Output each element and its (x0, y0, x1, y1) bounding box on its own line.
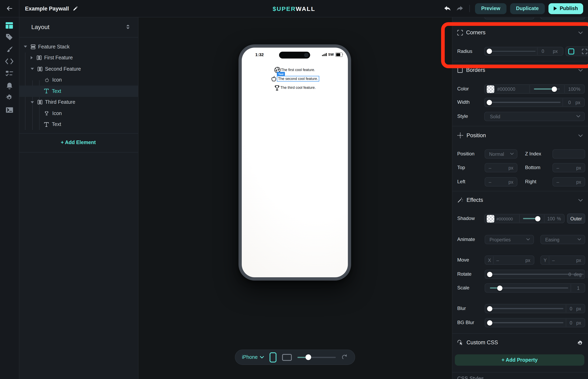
undo-button[interactable] (443, 4, 452, 13)
custom-css-section-header[interactable]: Custom CSS (457, 339, 498, 346)
tree-row-first-feature[interactable]: First Feature (19, 52, 138, 63)
rail-brush-icon[interactable] (0, 44, 19, 54)
individual-corners-icon[interactable] (582, 49, 587, 54)
sort-icon[interactable] (126, 25, 129, 29)
inspector-panel: Corners Radius 0 px Borders Color #00000… (452, 17, 588, 379)
tree-row-feature-stack[interactable]: Feature Stack (19, 41, 138, 52)
add-property-button[interactable]: + Add Property (455, 354, 584, 366)
tree-row-second-feature[interactable]: Second Feature (19, 63, 138, 75)
border-color-label: Color (457, 86, 469, 92)
refresh-icon[interactable] (342, 354, 348, 361)
zindex-label: Z Index (525, 151, 541, 157)
border-style-dropdown[interactable]: Solid (484, 112, 585, 121)
rail-gear-icon[interactable] (0, 93, 19, 103)
rows-icon (31, 44, 35, 49)
chevron-down-icon[interactable] (578, 199, 583, 202)
bottom-field[interactable]: –px (553, 163, 585, 172)
shadow-mode-button[interactable]: Outer (567, 214, 585, 224)
animate-easing-dropdown[interactable]: Easing (540, 235, 585, 244)
border-color-group[interactable]: #000000 100 % (484, 84, 585, 94)
effects-section-header[interactable]: Effects (457, 197, 483, 203)
border-width-label: Width (457, 99, 470, 105)
rotate-slider-group[interactable]: 0 deg (485, 270, 585, 279)
caret-down-icon[interactable] (31, 68, 34, 70)
layout-panel-header: Layout (19, 17, 138, 37)
shadow-color-group[interactable]: #000000 100 % (484, 214, 565, 223)
animate-properties-dropdown[interactable]: Properties (485, 235, 534, 244)
zoom-slider[interactable] (297, 354, 336, 360)
caret-right-icon[interactable] (31, 56, 32, 60)
uniform-radius-icon[interactable] (568, 48, 574, 54)
top-label: Top (457, 165, 465, 170)
rail-tag-icon[interactable] (0, 32, 19, 42)
bgblur-slider-thumb[interactable] (487, 320, 492, 325)
phone-screen[interactable]: 1:32 SW The first cool feature. (242, 48, 348, 277)
zoom-slider-thumb[interactable] (305, 354, 311, 360)
radius-slider-thumb[interactable] (487, 49, 492, 54)
status-bar: 1:32 SW (242, 51, 348, 59)
feature-row[interactable]: The first cool feature. (242, 65, 348, 74)
corners-section-header[interactable]: Corners (457, 30, 485, 35)
redo-button[interactable] (455, 4, 464, 13)
color-swatch[interactable] (487, 215, 494, 222)
position-mode-dropdown[interactable]: Normal (485, 149, 517, 159)
chevron-down-icon[interactable] (578, 32, 583, 34)
border-width-thumb[interactable] (487, 100, 492, 105)
landscape-orientation-button[interactable] (282, 354, 292, 361)
tree-row-text[interactable]: Text (19, 119, 138, 130)
tree-row-third-feature[interactable]: Third Feature (19, 97, 138, 108)
rail-code-icon[interactable] (0, 56, 19, 67)
tree-row-icon[interactable]: Icon (19, 108, 138, 119)
position-section-header[interactable]: Position (457, 132, 486, 139)
shadow-opacity-thumb[interactable] (535, 216, 540, 221)
border-style-label: Style (457, 113, 468, 119)
feature-row-selected[interactable]: Text The second cool feature. (242, 74, 348, 83)
left-field[interactable]: –px (485, 177, 517, 187)
publish-button[interactable]: Publish (548, 3, 583, 14)
scale-slider-thumb[interactable] (497, 285, 502, 291)
move-x-field[interactable]: X – px (485, 255, 534, 265)
blur-slider-group[interactable]: 0 px (485, 304, 585, 313)
move-y-field[interactable]: Y – px (540, 255, 585, 265)
add-element-button[interactable]: + Add Element (19, 137, 138, 148)
blur-slider-thumb[interactable] (487, 306, 492, 311)
cursor-click-icon (457, 339, 463, 346)
color-swatch[interactable] (487, 85, 494, 93)
rail-bell-icon[interactable] (0, 81, 19, 91)
duplicate-button[interactable]: Duplicate (510, 3, 545, 14)
feature-row[interactable]: The third cool feature. (242, 83, 348, 92)
border-width-group[interactable]: 0 px (484, 98, 585, 107)
scale-slider-group[interactable]: 1 (485, 283, 585, 293)
css-styles-label: CSS Styles (457, 375, 484, 379)
tree-row-text-selected[interactable]: Text (19, 86, 138, 97)
chevron-down-icon (577, 238, 581, 240)
top-field[interactable]: –px (485, 163, 517, 172)
preview-button[interactable]: Preview (475, 3, 507, 14)
rail-checklist-icon[interactable] (0, 68, 19, 78)
chevron-down-icon[interactable] (578, 69, 583, 72)
right-field[interactable]: –px (553, 177, 585, 187)
caret-down-icon[interactable] (24, 46, 27, 48)
portrait-orientation-button[interactable] (270, 352, 277, 362)
tree-row-icon[interactable]: Icon (19, 75, 138, 86)
rail-terminal-icon[interactable] (0, 105, 19, 115)
rotate-slider-thumb[interactable] (487, 272, 492, 277)
zindex-field[interactable] (553, 149, 585, 159)
carrier-label: SW (328, 53, 334, 57)
caret-down-icon[interactable] (31, 101, 34, 103)
corner-mode-toggle[interactable] (565, 47, 588, 56)
selected-text-element[interactable]: Text The second cool feature. (277, 76, 319, 81)
rail-layout-icon[interactable] (0, 20, 19, 31)
canvas[interactable]: 1:32 SW The first cool feature. (138, 17, 452, 379)
bgblur-slider-group[interactable]: 0 px (485, 318, 585, 327)
radius-slider-group[interactable]: 0 px (484, 47, 563, 56)
chevron-down-icon[interactable] (578, 134, 583, 137)
device-toolbar: iPhone (235, 349, 355, 365)
border-opacity-thumb[interactable] (552, 86, 557, 92)
chevron-down-icon (510, 153, 514, 155)
device-selector[interactable]: iPhone (242, 354, 264, 360)
signal-icon (322, 53, 327, 56)
css-settings-gear-icon[interactable] (577, 340, 583, 346)
position-icon (457, 132, 463, 139)
borders-section-header[interactable]: Borders (457, 67, 485, 73)
